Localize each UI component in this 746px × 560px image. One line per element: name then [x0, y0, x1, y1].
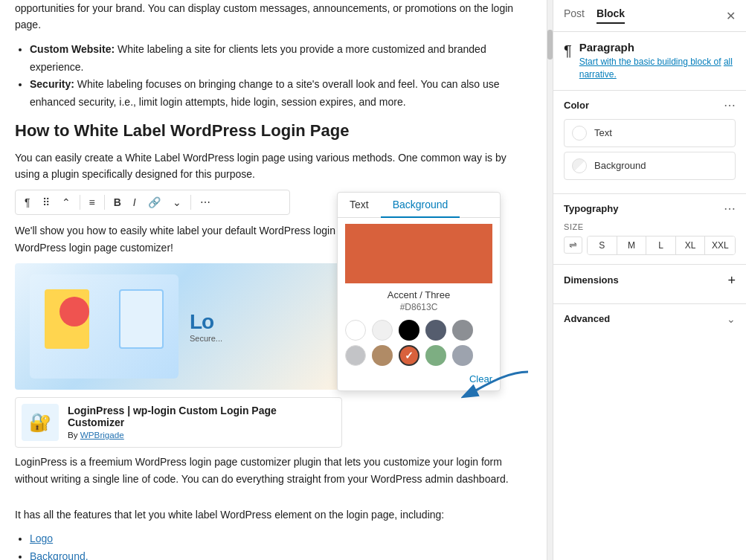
article-heading: How to White Label WordPress Login Page	[15, 120, 532, 142]
list-item-custom-website: Custom Website: White labeling a site fo…	[30, 41, 532, 77]
swatch-row-2	[338, 345, 500, 366]
tab-post[interactable]: Post	[564, 7, 585, 24]
color-more-btn[interactable]: ⋯	[724, 100, 736, 112]
size-label: SIZE	[564, 222, 736, 231]
color-section-header: Color ⋯	[564, 100, 736, 112]
text-color-option[interactable]: Text	[564, 119, 736, 147]
tab-block[interactable]: Block	[597, 7, 625, 24]
plugin-card: 🔐 LoginPress | wp-login Custom Login Pag…	[15, 397, 342, 448]
swatch-row-1	[338, 320, 500, 341]
bold-btn[interactable]: B	[109, 193, 126, 211]
feature-list: Custom Website: White labeling a site fo…	[15, 41, 532, 112]
color-section: Color ⋯ Text Background	[553, 91, 746, 194]
color-picker-tabs: Text Background	[338, 193, 500, 218]
more-btn[interactable]: ⌄	[168, 193, 186, 211]
dimensions-section: Dimensions +	[553, 265, 746, 304]
feature-background: Background,	[30, 548, 532, 560]
color-hex: #D8613C	[345, 302, 492, 312]
background-color-circle	[572, 158, 587, 173]
features-intro: It has all the features that let you whi…	[15, 506, 532, 523]
swatch-black[interactable]	[399, 320, 419, 341]
dimensions-section-title: Dimensions	[564, 274, 619, 286]
swatch-orange-selected[interactable]	[399, 345, 419, 366]
feature-logo: Logo	[30, 530, 532, 548]
block-title: Paragraph	[579, 41, 736, 54]
swatch-tan[interactable]	[372, 345, 393, 366]
color-preview-swatch	[345, 224, 492, 283]
size-buttons: S M L XL XXL	[587, 236, 736, 255]
size-xxl-btn[interactable]: XXL	[705, 236, 735, 254]
align-btn[interactable]: ≡	[85, 193, 100, 211]
dimensions-add-btn[interactable]: +	[727, 274, 736, 287]
background-color-label: Background	[594, 160, 646, 171]
plugin-info: LoginPress | wp-login Custom Login Page …	[68, 405, 335, 440]
main-content: opportunities for your brand. You can di…	[0, 0, 547, 560]
advanced-section: Advanced ⌄	[553, 304, 746, 334]
background-color-option[interactable]: Background	[564, 152, 736, 180]
drag-handle[interactable]: ⠿	[38, 193, 54, 211]
dimensions-section-header: Dimensions +	[564, 274, 736, 287]
swatch-slategray[interactable]	[452, 345, 473, 366]
typography-section-title: Typography	[564, 203, 618, 214]
plugin-author: By WPBrigade	[68, 430, 124, 440]
paragraph-tool[interactable]: ¶	[20, 193, 35, 211]
swatch-lightgray2[interactable]	[345, 345, 366, 366]
color-section-title: Color	[564, 100, 589, 111]
arrow-indicator	[461, 364, 536, 404]
block-description: Start with the basic building block of a…	[579, 56, 736, 81]
size-xl-btn[interactable]: XL	[676, 236, 706, 254]
swatch-lightgray[interactable]	[372, 320, 393, 341]
text-color-label: Text	[594, 127, 612, 138]
typography-section: Typography ⋯ SIZE ⇌ S M L XL XXL	[553, 194, 746, 265]
formatting-toolbar: ¶ ⠿ ⌃ ≡ B I 🔗 ⌄ ⋯	[15, 190, 290, 215]
typography-more-btn[interactable]: ⋯	[724, 203, 736, 215]
block-info: ¶ Paragraph Start with the basic buildin…	[553, 32, 746, 91]
toolbar-divider-2	[104, 195, 105, 210]
move-up-btn[interactable]: ⌃	[57, 193, 75, 211]
wp-features-list: Logo Background, Log In Button, Error Me…	[15, 530, 532, 560]
close-sidebar-btn[interactable]: ✕	[726, 9, 736, 23]
size-l-btn[interactable]: L	[646, 236, 676, 254]
color-name: Accent / Three	[345, 289, 492, 300]
tab-text[interactable]: Text	[338, 193, 381, 218]
scroll-track[interactable]	[547, 0, 553, 560]
right-sidebar: Post Block ✕ ¶ Paragraph Start with the …	[553, 0, 746, 560]
paragraph-icon: ¶	[564, 42, 572, 59]
link-btn[interactable]: 🔗	[144, 193, 165, 211]
plugin-title: LoginPress | wp-login Custom Login Page …	[68, 405, 277, 428]
plugin-icon: 🔐	[22, 404, 59, 441]
size-adjust-btn[interactable]: ⇌	[564, 236, 582, 254]
paragraph-1: You can easily create a White Label Word…	[15, 149, 532, 183]
size-s-btn[interactable]: S	[588, 236, 617, 254]
advanced-header[interactable]: Advanced ⌄	[564, 313, 736, 325]
swatch-white[interactable]	[345, 320, 366, 341]
list-item-security: Security: White labeling focuses on brin…	[30, 76, 532, 112]
advanced-chevron-btn[interactable]: ⌄	[727, 313, 736, 325]
toolbar-divider-1	[80, 195, 80, 210]
size-m-btn[interactable]: M	[617, 236, 647, 254]
sidebar-tabs: Post Block	[564, 7, 625, 24]
color-picker-popup: Text Background Accent / Three #D8613C C…	[337, 192, 501, 391]
typography-section-header: Typography ⋯	[564, 203, 736, 215]
advanced-title: Advanced	[564, 313, 610, 324]
italic-btn[interactable]: I	[129, 193, 141, 211]
swatch-green[interactable]	[425, 345, 446, 366]
article-image: Lo Secure...	[15, 263, 342, 390]
intro-paragraph: opportunities for your brand. You can di…	[15, 0, 532, 33]
toolbar-divider-3	[190, 195, 191, 210]
sidebar-header: Post Block ✕	[553, 0, 746, 32]
swatch-darkgray[interactable]	[425, 320, 446, 341]
swatch-medgray[interactable]	[452, 320, 473, 341]
text-color-circle	[572, 126, 587, 141]
plugin-description: LoginPress is a freemium WordPress login…	[15, 454, 532, 487]
tab-background[interactable]: Background	[381, 193, 460, 218]
options-btn[interactable]: ⋯	[196, 193, 215, 211]
